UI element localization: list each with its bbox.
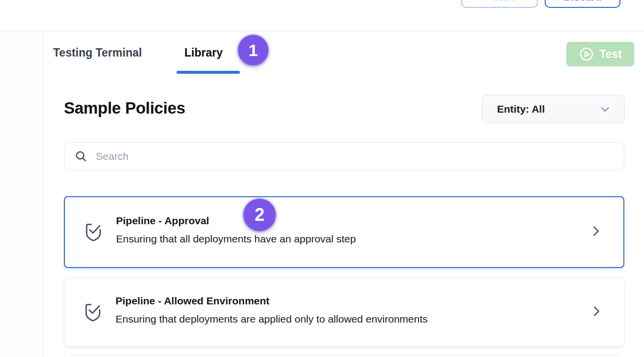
chevron-down-icon [599,103,612,116]
search-box [64,142,624,171]
discard-button-label: Discard [563,0,601,3]
tab-library[interactable]: Library [184,46,223,60]
policy-description: Ensuring that deployments are applied on… [116,313,428,325]
search-input[interactable] [96,150,615,162]
policy-card-pipeline-approval[interactable]: Pipeline - Approval Ensuring that all de… [64,196,624,268]
left-rail [0,31,43,357]
tab-testing-terminal[interactable]: Testing Terminal [53,46,142,60]
policy-text: Pipeline - Approval Ensuring that all de… [116,215,356,245]
entity-filter-value: Entity: All [497,103,545,115]
policy-description: Ensuring that all deployments have an ap… [116,233,356,245]
top-divider [0,30,644,31]
annotation-step-2-badge: 2 [243,199,276,231]
policy-library-screen: + Save Discard Testing Terminal Library … [0,0,644,357]
policy-name: Pipeline - Approval [116,215,356,227]
shield-check-icon [83,221,104,245]
play-circle-icon [579,46,594,62]
search-icon [74,149,88,163]
policy-text: Pipeline - Allowed Environment Ensuring … [116,295,428,325]
policy-card-pipeline-allowed-environment[interactable]: Pipeline - Allowed Environment Ensuring … [64,278,624,347]
save-button-label: Save [493,0,517,3]
shield-check-icon [82,301,104,326]
chevron-right-icon [589,304,603,320]
test-button-label: Test [599,48,622,61]
plus-icon: + [482,0,489,3]
next-policy-card-peek [70,355,618,357]
entity-filter-select[interactable]: Entity: All [482,95,625,123]
active-tab-underline [176,71,240,74]
save-button[interactable]: + Save [461,0,538,8]
annotation-step-1-badge: 1 [238,35,268,65]
chevron-right-icon [589,224,603,240]
discard-button[interactable]: Discard [545,0,620,8]
policy-name: Pipeline - Allowed Environment [116,295,428,307]
page-title: Sample Policies [64,99,185,118]
test-button[interactable]: Test [566,42,634,66]
